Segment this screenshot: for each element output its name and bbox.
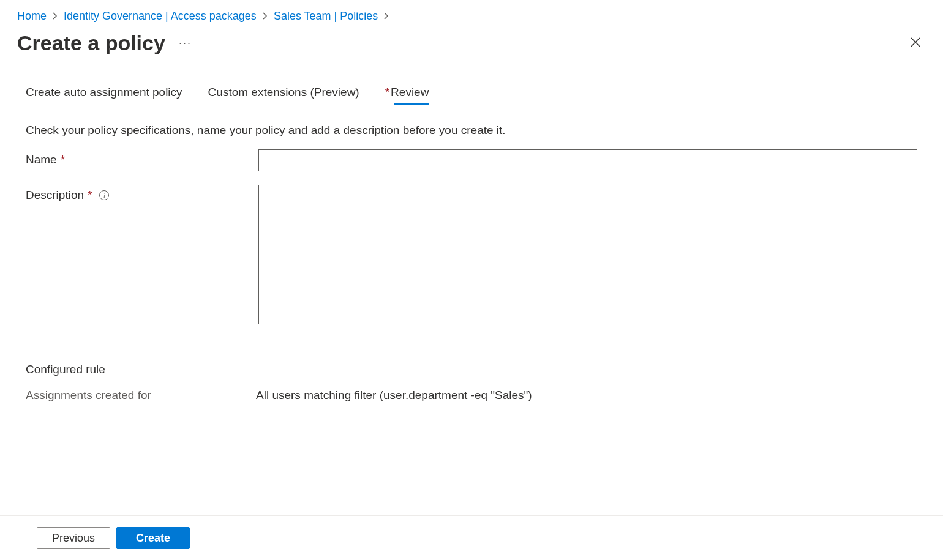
description-textarea[interactable] [258, 185, 917, 324]
tab-custom-extensions[interactable]: Custom extensions (Preview) [208, 86, 359, 104]
required-asterisk: * [385, 86, 389, 99]
breadcrumb-home[interactable]: Home [17, 10, 47, 23]
tab-label: Review [391, 86, 429, 99]
name-input[interactable] [258, 149, 917, 171]
more-icon[interactable]: ··· [176, 34, 194, 52]
description-label: Description * i [26, 185, 258, 202]
intro-text: Check your policy specifications, name y… [26, 124, 917, 137]
chevron-right-icon [263, 12, 268, 21]
chevron-right-icon [53, 12, 58, 21]
tab-label: Create auto assignment policy [26, 86, 182, 99]
info-icon[interactable]: i [99, 190, 109, 200]
breadcrumb-identity-governance[interactable]: Identity Governance | Access packages [64, 10, 257, 23]
previous-button[interactable]: Previous [37, 527, 110, 549]
required-asterisk: * [88, 189, 92, 202]
close-button[interactable] [905, 32, 926, 55]
assignments-label: Assignments created for [26, 389, 256, 402]
required-asterisk: * [61, 153, 65, 166]
page-title: Create a policy [17, 31, 165, 55]
footer: Previous Create [0, 515, 943, 560]
chevron-right-icon [384, 12, 389, 21]
configured-rule-header: Configured rule [26, 363, 917, 376]
breadcrumb: Home Identity Governance | Access packag… [17, 10, 926, 23]
tab-label: Custom extensions (Preview) [208, 86, 359, 99]
assignments-value: All users matching filter (user.departme… [256, 389, 532, 402]
tab-review[interactable]: *Review [385, 86, 429, 104]
name-label: Name * [26, 149, 258, 166]
create-button[interactable]: Create [116, 527, 190, 549]
tabs: Create auto assignment policy Custom ext… [26, 86, 917, 104]
tab-create-auto-assignment[interactable]: Create auto assignment policy [26, 86, 182, 104]
breadcrumb-sales-team-policies[interactable]: Sales Team | Policies [274, 10, 378, 23]
close-icon [910, 35, 921, 51]
